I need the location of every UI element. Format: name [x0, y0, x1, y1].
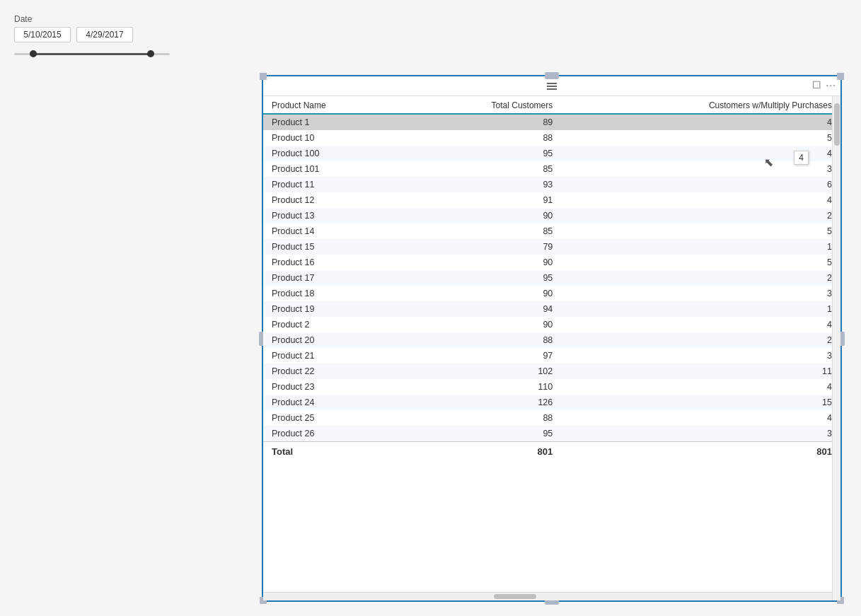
cell-product-name: Product 25 [263, 410, 405, 426]
tooltip-badge: 4 [794, 151, 809, 165]
table-wrapper: Product Name Total Customers Customers w… [263, 96, 840, 600]
date-label: Date [14, 14, 847, 24]
table-row[interactable]: Product 19941 [263, 301, 840, 317]
col-header-total-customers[interactable]: Total Customers [405, 96, 562, 114]
cell-total-customers: 79 [405, 239, 562, 255]
cell-total-customers: 93 [405, 177, 562, 192]
table-row[interactable]: Product 16905 [263, 255, 840, 270]
cell-product-name: Product 20 [263, 332, 405, 348]
ellipsis-icon[interactable]: ··· [826, 79, 836, 91]
data-table: Product Name Total Customers Customers w… [263, 96, 840, 461]
table-row[interactable]: Product 2210211 [263, 364, 840, 379]
table-scroll[interactable]: Product Name Total Customers Customers w… [263, 96, 840, 592]
cell-total-customers: 85 [405, 161, 562, 177]
cell-customers-multiply: 5 [561, 223, 840, 239]
cell-customers-multiply: 2 [561, 208, 840, 223]
cell-total-customers: 126 [405, 395, 562, 410]
cell-total-customers: 91 [405, 192, 562, 208]
slider-fill [30, 53, 154, 55]
cell-total-customers: 97 [405, 348, 562, 364]
expand-icon[interactable]: ☐ [812, 79, 821, 91]
cell-total-customers: 110 [405, 379, 562, 395]
cell-product-name: Product 24 [263, 395, 405, 410]
scrollbar-bottom[interactable] [263, 592, 840, 600]
slider-thumb-right[interactable] [147, 50, 154, 57]
cell-product-name: Product 100 [263, 146, 405, 161]
end-date-input[interactable]: 4/29/2017 [76, 27, 133, 42]
table-row[interactable]: Product 11936 [263, 177, 840, 192]
table-row[interactable]: Product 10885 [263, 130, 840, 146]
scrollbar-right[interactable] [832, 96, 840, 600]
cell-product-name: Product 16 [263, 255, 405, 270]
cell-product-name: Product 14 [263, 223, 405, 239]
cell-customers-multiply: 11 [561, 364, 840, 379]
table-row[interactable]: Product 1894 [263, 114, 840, 130]
table-row[interactable]: Product 231104 [263, 379, 840, 395]
col-header-customers-multiply[interactable]: Customers w/Multiply Purchases [561, 96, 840, 114]
panel-header-icons: ☐ ··· [812, 79, 836, 91]
cell-product-name: Product 21 [263, 348, 405, 364]
cell-product-name: Product 19 [263, 301, 405, 317]
cell-product-name: Product 26 [263, 426, 405, 442]
table-row[interactable]: Product 100954 [263, 146, 840, 161]
table-panel: ☐ ··· Product Name Total Customers Custo… [262, 75, 842, 602]
start-date-input[interactable]: 5/10/2015 [14, 27, 71, 42]
cell-customers-multiply: 3 [561, 286, 840, 301]
scrollbar-thumb[interactable] [834, 103, 840, 146]
table-row[interactable]: Product 14855 [263, 223, 840, 239]
cell-total-customers: 88 [405, 130, 562, 146]
table-row[interactable]: Product 2412615 [263, 395, 840, 410]
cell-customers-multiply: 5 [561, 130, 840, 146]
cell-total-customers: 90 [405, 208, 562, 223]
cell-total-customers: 95 [405, 426, 562, 442]
cell-product-name: Product 101 [263, 161, 405, 177]
table-row[interactable]: Product 18903 [263, 286, 840, 301]
footer-total-customers: 801 [405, 442, 562, 462]
slider-track [14, 53, 170, 55]
table-row[interactable]: Product 17952 [263, 270, 840, 286]
slider-thumb-left[interactable] [30, 50, 37, 57]
cell-total-customers: 90 [405, 255, 562, 270]
cell-customers-multiply: 2 [561, 332, 840, 348]
table-row[interactable]: Product 25884 [263, 410, 840, 426]
cell-customers-multiply: 4 [561, 192, 840, 208]
table-row[interactable]: Product 12914 [263, 192, 840, 208]
table-row[interactable]: Product 101853 [263, 161, 840, 177]
table-row[interactable]: Product 13902 [263, 208, 840, 223]
cell-total-customers: 88 [405, 410, 562, 426]
cell-product-name: Product 17 [263, 270, 405, 286]
date-filter-section: Date 5/10/2015 4/29/2017 [14, 14, 847, 61]
cell-customers-multiply: 2 [561, 270, 840, 286]
cell-total-customers: 95 [405, 270, 562, 286]
cell-product-name: Product 23 [263, 379, 405, 395]
hamburger-icon[interactable] [547, 83, 557, 90]
main-content: ☐ ··· Product Name Total Customers Custo… [14, 75, 847, 602]
cell-product-name: Product 1 [263, 114, 405, 130]
cell-customers-multiply: 1 [561, 239, 840, 255]
cell-product-name: Product 18 [263, 286, 405, 301]
cell-total-customers: 85 [405, 223, 562, 239]
cell-customers-multiply: 1 [561, 301, 840, 317]
cell-total-customers: 89 [405, 114, 562, 130]
table-row[interactable]: Product 20882 [263, 332, 840, 348]
cell-customers-multiply: 4 [561, 317, 840, 332]
cell-total-customers: 102 [405, 364, 562, 379]
cell-customers-multiply: 6 [561, 177, 840, 192]
cell-total-customers: 90 [405, 317, 562, 332]
cell-customers-multiply: 3 [561, 426, 840, 442]
cell-customers-multiply: 4 [561, 114, 840, 130]
table-row[interactable]: Product 21973 [263, 348, 840, 364]
date-slider[interactable] [14, 47, 170, 61]
panel-header: ☐ ··· [263, 76, 840, 96]
cell-customers-multiply: 4 [561, 379, 840, 395]
table-row[interactable]: Product 2904 [263, 317, 840, 332]
cell-customers-multiply: 15 [561, 395, 840, 410]
table-row[interactable]: Product 15791 [263, 239, 840, 255]
footer-customers-multiply: 801 [561, 442, 840, 462]
cell-product-name: Product 10 [263, 130, 405, 146]
page-container: Date 5/10/2015 4/29/2017 [0, 0, 861, 616]
footer-label: Total [263, 442, 405, 462]
scrollbar-bottom-thumb[interactable] [494, 594, 536, 599]
col-header-product-name[interactable]: Product Name [263, 96, 405, 114]
table-row[interactable]: Product 26953 [263, 426, 840, 442]
